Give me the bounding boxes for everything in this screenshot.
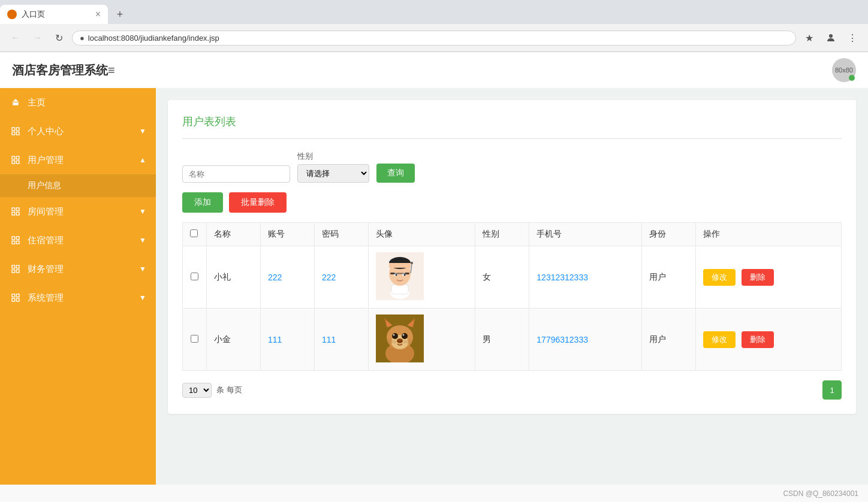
- table-col-avatar: 头像: [369, 223, 475, 246]
- sidebar-label-home: 主页: [28, 97, 146, 108]
- row1-role: 用户: [642, 246, 696, 309]
- sidebar-item-finance-mgmt[interactable]: 财务管理 ▼: [0, 255, 156, 283]
- svg-rect-17: [12, 265, 15, 268]
- gender-filter-select[interactable]: 请选择 男 女: [297, 164, 369, 183]
- svg-rect-14: [16, 237, 19, 240]
- main-content: 用户表列表 性别 请选择 男 女 查询: [156, 88, 868, 485]
- row1-phone: 12312312333: [529, 246, 642, 309]
- table-col-password: 密码: [315, 223, 369, 246]
- svg-point-54: [400, 341, 402, 342]
- sys-mgmt-arrow-icon: ▼: [139, 294, 146, 302]
- profile-icon[interactable]: [822, 29, 839, 46]
- row2-action-cell: 修改 删除: [696, 309, 842, 371]
- row2-account: 111: [261, 309, 315, 371]
- row1-password: 222: [315, 246, 369, 309]
- query-button[interactable]: 查询: [376, 164, 415, 183]
- action-bar: 添加 批量删除: [182, 192, 842, 213]
- svg-rect-24: [16, 298, 19, 301]
- row1-account-link[interactable]: 222: [268, 273, 282, 282]
- row1-avatar-cell: [369, 246, 475, 309]
- svg-rect-7: [12, 161, 15, 164]
- name-filter-input[interactable]: [182, 165, 290, 183]
- sidebar-label-room-mgmt: 房间管理: [28, 206, 133, 217]
- browser-tab[interactable]: 入口页 ×: [0, 5, 108, 24]
- svg-point-53: [397, 341, 399, 342]
- sidebar: 主页 个人中心 ▼ 用户管理 ▲ 用户信息: [0, 88, 156, 485]
- row1-account: 222: [261, 246, 315, 309]
- row1-phone-link[interactable]: 12312312333: [537, 273, 588, 282]
- sidebar-item-user-mgmt[interactable]: 用户管理 ▲: [0, 146, 156, 174]
- sidebar-item-sys-mgmt[interactable]: 系统管理 ▼: [0, 283, 156, 312]
- select-all-checkbox[interactable]: [190, 229, 198, 237]
- svg-rect-5: [12, 156, 15, 159]
- row2-avatar-image: [376, 314, 424, 362]
- sidebar-item-room-mgmt[interactable]: 房间管理 ▼: [0, 197, 156, 226]
- menu-icon[interactable]: ⋮: [844, 29, 861, 46]
- row1-checkbox[interactable]: [191, 273, 198, 280]
- row1-password-link[interactable]: 222: [322, 273, 336, 282]
- bookmark-icon[interactable]: ★: [801, 29, 818, 46]
- svg-point-50: [393, 334, 395, 336]
- row2-role: 用户: [642, 309, 696, 371]
- row1-edit-button[interactable]: 修改: [703, 269, 736, 286]
- pagination-pages: 1: [822, 380, 842, 400]
- avatar[interactable]: 80x80: [832, 58, 856, 82]
- address-bar[interactable]: ●: [72, 31, 796, 46]
- table-col-account: 账号: [261, 223, 315, 246]
- tab-close-button[interactable]: ×: [95, 9, 101, 20]
- sidebar-subitem-user-info[interactable]: 用户信息: [0, 174, 156, 197]
- row2-phone: 17796312333: [529, 309, 642, 371]
- app-title: 酒店客房管理系统: [12, 62, 108, 78]
- room-mgmt-grid-icon: [10, 205, 22, 217]
- svg-rect-11: [12, 212, 15, 215]
- page-title: 用户表列表: [182, 114, 842, 139]
- gender-filter-group: 性别 请选择 男 女: [297, 151, 369, 183]
- svg-rect-19: [12, 270, 15, 273]
- sidebar-label-sys-mgmt: 系统管理: [28, 292, 133, 304]
- sidebar-item-home[interactable]: 主页: [0, 88, 156, 117]
- avatar-text: 80x80: [835, 66, 853, 74]
- page-size-select[interactable]: 10 20 50: [182, 383, 212, 398]
- svg-point-49: [402, 333, 408, 339]
- row2-checkbox[interactable]: [191, 335, 198, 343]
- row2-phone-link[interactable]: 17796312333: [537, 335, 588, 344]
- tab-favicon: [7, 10, 17, 19]
- row1-delete-button[interactable]: 删除: [742, 269, 774, 286]
- sidebar-item-stay-mgmt[interactable]: 住宿管理 ▼: [0, 226, 156, 255]
- profile-grid-icon: [10, 125, 22, 137]
- hamburger-button[interactable]: ≡: [108, 63, 115, 77]
- batch-delete-button[interactable]: 批量删除: [229, 192, 287, 213]
- user-table: 名称 账号 密码 头像 性别 手机号 身份 操作: [182, 222, 842, 371]
- table-header-checkbox: [183, 223, 207, 246]
- new-tab-button[interactable]: +: [111, 6, 128, 23]
- table-col-phone: 手机号: [529, 223, 642, 246]
- sidebar-label-profile: 个人中心: [28, 126, 133, 137]
- refresh-button[interactable]: ↻: [50, 29, 67, 46]
- row2-checkbox-cell: [183, 309, 207, 371]
- forward-button[interactable]: →: [29, 29, 46, 46]
- svg-rect-6: [16, 156, 19, 159]
- row2-account-link[interactable]: 111: [268, 335, 282, 344]
- table-col-role: 身份: [642, 223, 696, 246]
- add-button[interactable]: 添加: [182, 192, 223, 213]
- svg-rect-15: [12, 241, 15, 244]
- filter-bar: 性别 请选择 男 女 查询: [182, 151, 842, 183]
- svg-point-34: [404, 274, 406, 276]
- row2-password-link[interactable]: 111: [322, 335, 336, 344]
- svg-rect-16: [16, 241, 19, 244]
- page-1-button[interactable]: 1: [822, 380, 842, 400]
- row2-edit-button[interactable]: 修改: [703, 331, 736, 348]
- back-button[interactable]: ←: [7, 29, 24, 46]
- url-input[interactable]: [88, 34, 788, 43]
- svg-rect-13: [12, 237, 15, 240]
- svg-rect-20: [16, 270, 19, 273]
- svg-rect-1: [12, 128, 15, 131]
- content-card: 用户表列表 性别 请选择 男 女 查询: [168, 100, 856, 414]
- sidebar-item-profile[interactable]: 个人中心 ▼: [0, 117, 156, 146]
- name-filter-group: [182, 165, 290, 183]
- sys-mgmt-grid-icon: [10, 292, 22, 304]
- svg-rect-10: [16, 208, 19, 211]
- online-dot: [849, 75, 855, 81]
- row2-delete-button[interactable]: 删除: [742, 331, 774, 348]
- svg-rect-18: [16, 265, 19, 268]
